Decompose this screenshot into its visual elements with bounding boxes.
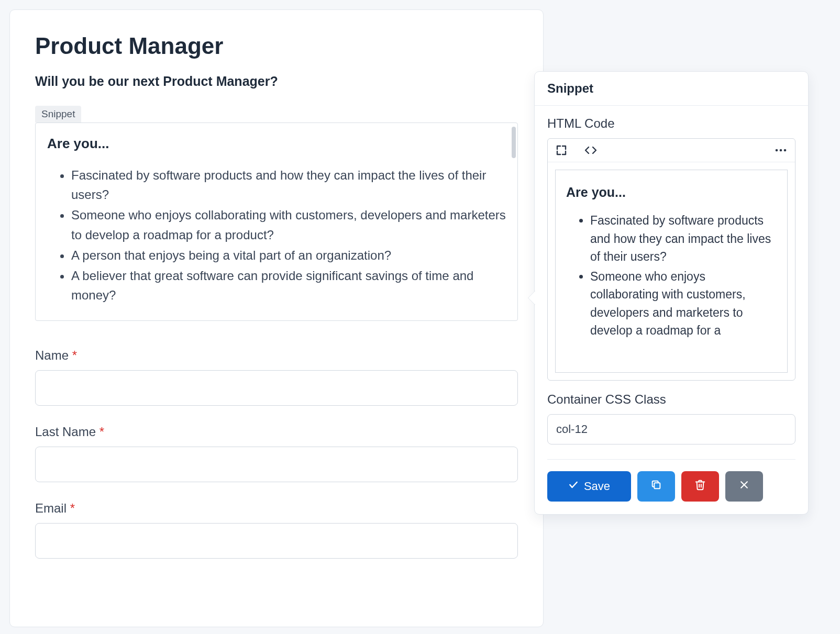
css-class-input[interactable] (547, 414, 795, 444)
snippet-tab-label: Snippet (35, 106, 81, 123)
last-name-input[interactable] (35, 447, 518, 482)
expand-icon[interactable] (555, 144, 568, 157)
email-label-text: Email (35, 501, 67, 515)
save-button[interactable]: Save (547, 471, 631, 502)
svg-point-0 (776, 149, 778, 152)
save-button-label: Save (584, 480, 610, 493)
last-name-label: Last Name * (35, 425, 518, 439)
last-name-field: Last Name * (35, 425, 518, 482)
svg-rect-3 (654, 483, 660, 488)
required-marker: * (72, 348, 77, 362)
editor-toolbar (548, 139, 795, 162)
email-input[interactable] (35, 523, 518, 559)
preview-list-item: Someone who enjoys collaborating with cu… (590, 268, 777, 340)
close-icon (739, 480, 749, 493)
html-editor: Are you... Fascinated by software produc… (547, 138, 795, 381)
copy-icon (650, 479, 662, 494)
snippet-component[interactable]: Snippet Are you... Fascinated by softwar… (35, 106, 518, 321)
name-label-text: Name (35, 348, 69, 362)
panel-actions: Save (547, 471, 795, 502)
more-icon[interactable] (774, 144, 788, 157)
delete-button[interactable] (681, 471, 719, 502)
page-subtitle: Will you be our next Product Manager? (35, 74, 518, 89)
last-name-label-text: Last Name (35, 425, 96, 439)
scrollbar-thumb[interactable] (512, 127, 516, 158)
svg-point-2 (784, 149, 787, 152)
snippet-list-item: Fascinated by software products and how … (71, 165, 506, 204)
snippet-list-item: A believer that great software can provi… (71, 266, 506, 305)
snippet-properties-panel: Snippet HTML Code Are you... Fascinated … (534, 71, 809, 515)
close-button[interactable] (725, 471, 763, 502)
snippet-heading: Are you... (47, 136, 506, 152)
name-input[interactable] (35, 370, 518, 406)
code-icon[interactable] (583, 144, 598, 157)
form-builder-card: Product Manager Will you be our next Pro… (9, 9, 544, 627)
duplicate-button[interactable] (637, 471, 675, 502)
panel-divider (547, 459, 795, 460)
css-class-label: Container CSS Class (547, 392, 795, 407)
required-marker: * (70, 501, 75, 515)
required-marker: * (100, 425, 104, 439)
snippet-content-box: Are you... Fascinated by software produc… (35, 123, 518, 321)
snippet-list-item: A person that enjoys being a vital part … (71, 246, 506, 265)
name-label: Name * (35, 348, 518, 363)
email-label: Email * (35, 501, 518, 516)
snippet-list-item: Someone who enjoys collaborating with cu… (71, 205, 506, 244)
html-code-label: HTML Code (547, 116, 795, 131)
email-field: Email * (35, 501, 518, 559)
svg-point-1 (780, 149, 782, 152)
html-preview[interactable]: Are you... Fascinated by software produc… (555, 170, 788, 373)
preview-heading: Are you... (566, 185, 777, 200)
trash-icon (694, 479, 706, 494)
snippet-list: Fascinated by software products and how … (47, 165, 506, 305)
preview-list: Fascinated by software products and how … (566, 212, 777, 340)
panel-title: Snippet (535, 72, 808, 106)
preview-list-item: Fascinated by software products and how … (590, 212, 777, 266)
check-icon (568, 480, 579, 493)
page-title: Product Manager (35, 33, 518, 59)
name-field: Name * (35, 348, 518, 406)
panel-pointer (528, 291, 536, 305)
